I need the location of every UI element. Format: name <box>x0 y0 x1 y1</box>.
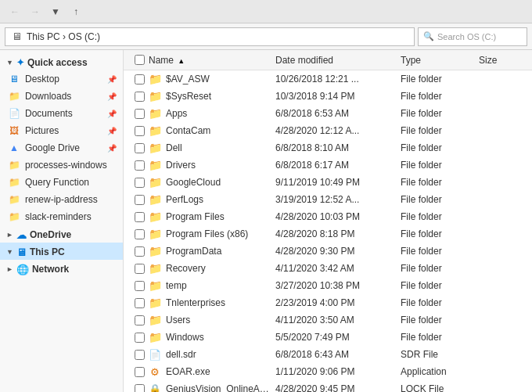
row-checkbox-cell[interactable] <box>130 126 149 136</box>
row-name-cell: 📄 dell.sdr <box>149 348 275 361</box>
row-checkbox[interactable] <box>135 195 145 205</box>
table-row[interactable]: 📄 dell.sdr 6/8/2018 6:43 AM SDR File <box>124 346 532 363</box>
table-row[interactable]: 📁 temp 3/27/2020 10:38 PM File folder <box>124 277 532 294</box>
row-checkbox[interactable] <box>135 367 145 377</box>
quick-access-header[interactable]: ▼ ✦ Quick access <box>0 53 123 70</box>
row-name-cell: 📁 Tnlenterprises <box>149 297 275 309</box>
renew-ip-folder-icon: 📁 <box>8 193 20 206</box>
row-checkbox-cell[interactable] <box>130 367 149 377</box>
row-checkbox[interactable] <box>135 384 145 393</box>
row-checkbox-cell[interactable] <box>130 143 149 153</box>
row-checkbox-cell[interactable] <box>130 160 149 171</box>
row-checkbox[interactable] <box>135 126 145 136</box>
size-column-header[interactable]: Size <box>479 55 526 66</box>
row-name-cell: 📁 $AV_ASW <box>149 73 275 85</box>
row-checkbox[interactable] <box>135 178 145 188</box>
row-checkbox-cell[interactable] <box>130 92 149 102</box>
date-column-header[interactable]: Date modified <box>275 55 401 66</box>
row-checkbox[interactable] <box>135 160 145 171</box>
select-all-checkbox[interactable] <box>130 55 149 65</box>
row-checkbox[interactable] <box>135 212 145 222</box>
row-checkbox-cell[interactable] <box>130 264 149 274</box>
row-checkbox[interactable] <box>135 229 145 239</box>
table-row[interactable]: 📁 PerfLogs 3/19/2019 12:52 A... File fol… <box>124 191 532 208</box>
file-type-cell: File folder <box>401 74 479 85</box>
row-checkbox-cell[interactable] <box>130 333 149 343</box>
table-row[interactable]: 📁 Tnlenterprises 2/23/2019 4:00 PM File … <box>124 294 532 311</box>
row-checkbox[interactable] <box>135 264 145 274</box>
row-checkbox-cell[interactable] <box>130 384 149 393</box>
row-checkbox[interactable] <box>135 333 145 343</box>
table-row[interactable]: 📁 Dell 6/8/2018 8:10 AM File folder <box>124 139 532 156</box>
sidebar-item-query-function[interactable]: 📁 Query Function <box>0 174 123 191</box>
row-checkbox[interactable] <box>135 281 145 291</box>
row-checkbox-cell[interactable] <box>130 195 149 205</box>
row-name-cell: 📁 $SysReset <box>149 90 275 102</box>
table-row[interactable]: 📁 Program Files (x86) 4/28/2020 8:18 PM … <box>124 225 532 243</box>
date-header-text: Date modified <box>275 55 333 66</box>
sidebar-item-documents[interactable]: 📄 Documents 📌 <box>0 105 123 122</box>
network-header[interactable]: ► 🌐 Network <box>0 260 123 277</box>
file-name-text: Users <box>166 315 269 325</box>
row-checkbox[interactable] <box>135 92 145 102</box>
sidebar-item-googledrive[interactable]: ▲ Google Drive 📌 <box>0 139 123 156</box>
up-button[interactable]: ↑ <box>67 3 84 20</box>
sidebar-item-desktop[interactable]: 🖥 Desktop 📌 <box>0 70 123 88</box>
select-all-input[interactable] <box>135 55 145 65</box>
table-row[interactable]: 🔒 GeniusVision_OnlineAuth.lock 4/28/2020… <box>124 380 532 392</box>
search-box[interactable]: 🔍 Search OS (C:) <box>418 27 527 46</box>
row-checkbox[interactable] <box>135 109 145 119</box>
table-row[interactable]: 📁 $AV_ASW 10/26/2018 12:21 ... File fold… <box>124 70 532 88</box>
table-row[interactable]: 📁 Drivers 6/8/2018 6:17 AM File folder <box>124 156 532 174</box>
table-row[interactable]: 📁 Apps 6/8/2018 6:53 AM File folder <box>124 105 532 122</box>
file-date-cell: 4/11/2020 3:50 AM <box>275 315 401 325</box>
sidebar-item-googledrive-label: Google Drive <box>25 142 80 153</box>
file-type-icon: 📄 <box>149 348 161 361</box>
sidebar: ▼ ✦ Quick access 🖥 Desktop 📌 📁 Downloads… <box>0 50 124 392</box>
row-checkbox-cell[interactable] <box>130 74 149 85</box>
recent-button[interactable]: ▼ <box>47 3 64 20</box>
table-row[interactable]: 📁 Users 4/11/2020 3:50 AM File folder <box>124 311 532 329</box>
table-row[interactable]: 📁 ProgramData 4/28/2020 9:30 PM File fol… <box>124 243 532 260</box>
row-checkbox[interactable] <box>135 298 145 308</box>
type-column-header[interactable]: Type <box>401 55 479 66</box>
onedrive-header[interactable]: ► ☁ OneDrive <box>0 225 123 243</box>
table-row[interactable]: 📁 $SysReset 10/3/2018 9:14 PM File folde… <box>124 88 532 105</box>
row-checkbox-cell[interactable] <box>130 212 149 222</box>
file-date-cell: 9/11/2019 10:49 PM <box>275 177 401 188</box>
row-checkbox-cell[interactable] <box>130 298 149 308</box>
row-checkbox-cell[interactable] <box>130 109 149 119</box>
row-checkbox[interactable] <box>135 246 145 257</box>
sidebar-item-processes-windows[interactable]: 📁 processes-windows <box>0 156 123 174</box>
sidebar-item-renew-ip[interactable]: 📁 renew-ip-address <box>0 191 123 208</box>
file-name-text: $SysReset <box>166 91 269 102</box>
table-row[interactable]: ⚙ EOAR.exe 1/11/2020 9:06 PM Application <box>124 363 532 380</box>
sidebar-item-pictures[interactable]: 🖼 Pictures 📌 <box>0 122 123 139</box>
table-row[interactable]: 📁 Program Files 4/28/2020 10:03 PM File … <box>124 208 532 225</box>
name-column-header[interactable]: Name ▲ <box>149 55 275 66</box>
row-checkbox-cell[interactable] <box>130 281 149 291</box>
row-checkbox-cell[interactable] <box>130 229 149 239</box>
back-button[interactable]: ← <box>6 3 23 20</box>
sidebar-item-slack-reminders[interactable]: 📁 slack-reminders <box>0 208 123 225</box>
file-name-text: Apps <box>166 108 269 119</box>
row-checkbox-cell[interactable] <box>130 246 149 257</box>
row-checkbox-cell[interactable] <box>130 350 149 360</box>
table-row[interactable]: 📁 ContaCam 4/28/2020 12:12 A... File fol… <box>124 122 532 139</box>
row-checkbox[interactable] <box>135 315 145 325</box>
sidebar-item-downloads[interactable]: 📁 Downloads 📌 <box>0 88 123 105</box>
row-checkbox[interactable] <box>135 143 145 153</box>
address-path[interactable]: 🖥 This PC › OS (C:) <box>5 27 415 46</box>
row-checkbox[interactable] <box>135 74 145 85</box>
row-checkbox-cell[interactable] <box>130 315 149 325</box>
table-row[interactable]: 📁 Recovery 4/11/2020 3:42 AM File folder <box>124 260 532 277</box>
row-name-cell: 📁 Users <box>149 314 275 326</box>
table-row[interactable]: 📁 Windows 5/5/2020 7:49 PM File folder <box>124 329 532 346</box>
table-row[interactable]: 📁 GoogleCloud 9/11/2019 10:49 PM File fo… <box>124 174 532 191</box>
forward-button[interactable]: → <box>27 3 44 20</box>
row-checkbox[interactable] <box>135 350 145 360</box>
file-name-text: GeniusVision_OnlineAuth.lock <box>166 383 269 392</box>
folder-icon: 📁 <box>149 331 162 343</box>
row-checkbox-cell[interactable] <box>130 178 149 188</box>
thispc-header[interactable]: ▼ 🖥 This PC <box>0 243 123 260</box>
